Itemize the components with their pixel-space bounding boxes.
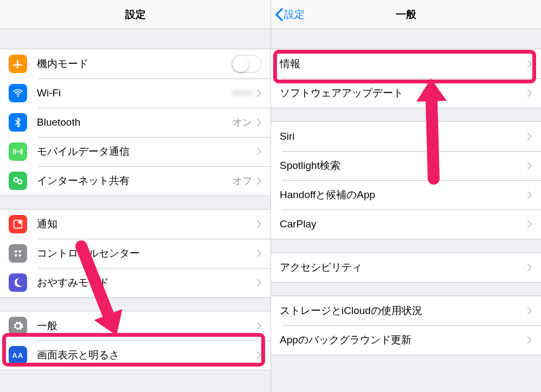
row-label: Handoffと候補のApp (280, 188, 527, 202)
chevron-right-icon (527, 161, 532, 170)
settings-group: アクセシビリティ (271, 252, 541, 283)
row-label: ソフトウェアアップデート (280, 86, 527, 100)
chevron-right-icon (527, 191, 532, 199)
wifi-icon (9, 84, 27, 102)
page-title: 設定 (125, 8, 146, 22)
settings-row-Bluetooth[interactable]: Bluetoothオン (0, 108, 270, 137)
row-label: モバイルデータ通信 (37, 145, 256, 159)
chevron-right-icon (527, 336, 532, 344)
svg-point-2 (14, 178, 18, 182)
svg-point-6 (15, 250, 17, 253)
svg-point-9 (18, 254, 21, 257)
airplane-icon (9, 55, 27, 73)
row-label: Spotlight検索 (280, 159, 527, 173)
svg-point-1 (17, 151, 18, 152)
bluetooth-icon (9, 113, 27, 132)
row-label: Siri (280, 130, 527, 142)
chevron-right-icon (527, 89, 532, 97)
cellular-icon (9, 142, 27, 161)
chevron-right-icon (256, 89, 262, 97)
settings-row-Handoffと候補のApp[interactable]: Handoffと候補のApp (271, 180, 541, 210)
chevron-right-icon (256, 147, 262, 156)
svg-point-0 (17, 95, 19, 97)
row-label: 画面表示と明るさ (37, 348, 256, 362)
chevron-right-icon (256, 351, 262, 360)
display-icon: AA (9, 346, 27, 364)
settings-row-モバイルデータ通信[interactable]: モバイルデータ通信 (0, 137, 270, 166)
row-label: 通知 (37, 217, 256, 231)
row-label: Appのバックグラウンド更新 (280, 333, 527, 347)
chevron-right-icon (256, 118, 262, 127)
chevron-right-icon (256, 322, 262, 330)
toggle-switch[interactable] (231, 55, 262, 73)
settings-row-コントロールセンター[interactable]: コントロールセンター (0, 239, 270, 268)
settings-row-CarPlay[interactable]: CarPlay (271, 210, 541, 239)
row-label: 情報 (280, 57, 527, 71)
row-label: おやすみモード (37, 276, 256, 290)
nav-bar: 設定 (0, 0, 270, 29)
nav-bar: 設定 一般 (271, 0, 541, 29)
settings-row-画面表示と明るさ[interactable]: AA画面表示と明るさ (0, 341, 270, 370)
svg-point-7 (18, 250, 21, 253)
page-title: 一般 (396, 8, 416, 22)
hotspot-icon (9, 172, 27, 190)
settings-group: 一般AA画面表示と明るさ (0, 311, 270, 370)
settings-group: SiriSpotlight検索Handoffと候補のAppCarPlay (271, 121, 541, 239)
row-label: 一般 (37, 319, 256, 333)
row-label: Bluetooth (37, 116, 233, 128)
row-label: 機内モード (37, 57, 231, 71)
chevron-right-icon (256, 278, 262, 287)
back-label: 設定 (284, 8, 305, 22)
settings-row-Wi-Fi[interactable]: Wi-Fi•••••• (0, 79, 270, 108)
chevron-right-icon (527, 220, 532, 228)
row-label: インターネット共有 (37, 174, 233, 188)
row-value: オン (233, 116, 252, 129)
row-label: コントロールセンター (37, 246, 256, 260)
settings-group: 通知コントロールセンターおやすみモード (0, 209, 270, 298)
svg-point-3 (18, 180, 22, 184)
settings-row-情報[interactable]: 情報 (271, 49, 541, 79)
row-value: オフ (233, 174, 252, 187)
chevron-right-icon (256, 249, 262, 258)
control-center-icon (9, 244, 27, 263)
settings-group: ストレージとiCloudの使用状況Appのバックグラウンド更新 (271, 296, 541, 355)
settings-group: 情報ソフトウェアアップデート (271, 49, 541, 108)
general-icon (9, 317, 27, 335)
settings-row-おやすみモード[interactable]: おやすみモード (0, 268, 270, 297)
do-not-disturb-icon (9, 273, 27, 292)
back-button[interactable]: 設定 (274, 0, 305, 29)
chevron-right-icon (527, 60, 532, 68)
svg-point-5 (18, 220, 22, 224)
row-label: Wi-Fi (37, 87, 231, 99)
row-label: ストレージとiCloudの使用状況 (280, 304, 527, 318)
settings-row-インターネット共有[interactable]: インターネット共有オフ (0, 166, 270, 195)
row-value: •••••• (231, 88, 252, 99)
settings-row-ソフトウェアアップデート[interactable]: ソフトウェアアップデート (271, 79, 541, 108)
settings-group: 機内モードWi-Fi••••••Bluetoothオンモバイルデータ通信インター… (0, 49, 270, 196)
chevron-right-icon (256, 220, 262, 228)
settings-row-Siri[interactable]: Siri (271, 122, 541, 151)
row-label: CarPlay (280, 218, 527, 230)
chevron-right-icon (256, 177, 262, 185)
settings-row-機内モード: 機内モード (0, 49, 270, 79)
chevron-right-icon (527, 263, 532, 272)
notifications-icon (9, 215, 27, 233)
settings-row-一般[interactable]: 一般 (0, 311, 270, 341)
settings-row-Spotlight検索[interactable]: Spotlight検索 (271, 151, 541, 180)
chevron-right-icon (527, 132, 532, 141)
settings-row-アクセシビリティ[interactable]: アクセシビリティ (271, 253, 541, 282)
settings-row-ストレージとiCloudの使用状況[interactable]: ストレージとiCloudの使用状況 (271, 296, 541, 325)
settings-row-通知[interactable]: 通知 (0, 210, 270, 239)
row-label: アクセシビリティ (280, 260, 527, 275)
settings-row-Appのバックグラウンド更新[interactable]: Appのバックグラウンド更新 (271, 325, 541, 355)
svg-point-8 (15, 254, 17, 257)
chevron-right-icon (527, 306, 532, 315)
